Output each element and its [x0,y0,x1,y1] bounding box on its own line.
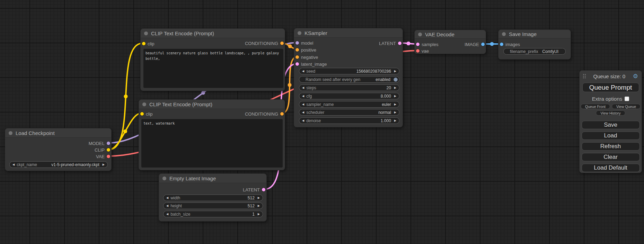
increment-arrow-icon[interactable]: ▶ [394,111,396,114]
output-slot-model[interactable]: MODEL [5,141,111,146]
decrement-arrow-icon[interactable]: ◀ [302,70,304,73]
refresh-button[interactable]: Refresh [582,142,640,151]
extra-options-checkbox[interactable] [625,97,629,101]
link-midpoint-dot[interactable] [201,91,205,95]
output-slot-conditioning[interactable]: CONDITIONING [139,111,285,117]
output-slot-conditioning[interactable]: CONDITIONING [141,40,285,46]
latent-image-input-dot[interactable] [295,62,299,66]
image-output-dot[interactable] [481,43,485,46]
node-clip-text-encode-negative[interactable]: CLIP Text Encode (Prompt) clip CONDITION… [139,99,285,170]
node-load-checkpoint[interactable]: Load Checkpoint MODEL CLIP VAE ◀ ckpt_na… [5,128,112,171]
node-title-bar[interactable]: VAE Decode [415,30,486,39]
toggle-knob-icon[interactable] [394,78,398,82]
link-midpoint-dot[interactable] [288,83,292,87]
decrement-arrow-icon[interactable]: ◀ [302,103,304,106]
latent-output-dot[interactable] [262,188,265,191]
collapse-dot-icon[interactable] [144,31,148,35]
vae-input-dot[interactable] [416,49,420,53]
increment-arrow-icon[interactable]: ▶ [258,196,260,199]
collapse-dot-icon[interactable] [418,33,422,36]
link-midpoint-dot[interactable] [490,42,494,46]
denoise-widget[interactable]: ◀ denoise 1.000 ▶ [299,117,399,124]
negative-prompt-textarea[interactable]: text, watermark [141,119,283,168]
decrement-arrow-icon[interactable]: ◀ [302,111,304,114]
sampler-name-widget[interactable]: ◀ sampler_name euler ▶ [299,101,399,108]
save-button[interactable]: Save [582,121,640,129]
collapse-dot-icon[interactable] [142,102,146,106]
decrement-arrow-icon[interactable]: ◀ [302,94,304,98]
conditioning-output-dot[interactable] [280,42,284,45]
random-seed-toggle-widget[interactable]: Random seed after every gen enabled [299,76,399,83]
filename-prefix-widget[interactable]: filename_prefix ComfyUI [503,48,566,55]
collapse-dot-icon[interactable] [298,31,301,35]
positive-input-dot[interactable] [295,48,299,52]
decrement-arrow-icon[interactable]: ◀ [166,213,168,216]
output-slot-latent[interactable]: LATENT [294,40,403,46]
collapse-dot-icon[interactable] [502,32,506,36]
link-midpoint-dot[interactable] [288,44,292,48]
decrement-arrow-icon[interactable]: ◀ [302,86,304,89]
decrement-arrow-icon[interactable]: ◀ [302,119,304,122]
increment-arrow-icon[interactable]: ▶ [103,163,105,166]
input-slot-images[interactable]: images [499,42,571,47]
node-graph-canvas[interactable]: Load Checkpoint MODEL CLIP VAE ◀ ckpt_na… [0,0,644,244]
link-midpoint-dot[interactable] [124,94,128,98]
input-slot-negative[interactable]: negative [294,54,403,60]
load-button[interactable]: Load [582,132,640,140]
positive-prompt-textarea[interactable]: beautiful scenery nature glass bottle la… [143,49,283,88]
queue-prompt-button[interactable]: Queue Prompt [582,83,639,92]
clip-output-dot[interactable] [107,148,110,152]
clear-button[interactable]: Clear [582,153,640,161]
decrement-arrow-icon[interactable]: ◀ [166,204,168,207]
cfg-widget[interactable]: ◀ cfg 8.000 ▶ [299,93,399,99]
link-midpoint-dot[interactable] [407,42,411,45]
view-history-button[interactable]: View History [596,110,625,116]
node-clip-text-encode-positive[interactable]: CLIP Text Encode (Prompt) clip CONDITION… [140,28,285,91]
height-widget[interactable]: ◀ height 512 ▶ [163,202,263,209]
width-widget[interactable]: ◀ width 512 ▶ [163,195,263,201]
node-ksampler[interactable]: KSampler model LATENT positive negative … [294,28,403,127]
seed-widget[interactable]: ◀ seed 156680208700286 ▶ [299,68,399,74]
decrement-arrow-icon[interactable]: ◀ [12,163,15,166]
load-default-button[interactable]: Load Default [582,164,640,172]
input-slot-positive[interactable]: positive [294,47,403,53]
images-input-dot[interactable] [500,43,503,46]
conditioning-output-dot[interactable] [280,112,284,116]
model-output-dot[interactable] [107,142,110,145]
increment-arrow-icon[interactable]: ▶ [394,119,396,122]
decrement-arrow-icon[interactable]: ◀ [166,196,168,199]
increment-arrow-icon[interactable]: ▶ [394,70,396,73]
output-slot-latent[interactable]: LATENT [159,187,266,192]
output-slot-image[interactable]: IMAGE [415,42,486,47]
node-empty-latent-image[interactable]: Empty Latent Image LATENT ◀ width 512 ▶ … [159,173,267,222]
node-title-bar[interactable]: CLIP Text Encode (Prompt) [141,29,285,38]
node-title-bar[interactable]: CLIP Text Encode (Prompt) [139,100,285,109]
input-slot-vae[interactable]: vae [415,48,486,54]
drag-handle-icon[interactable] [583,74,586,79]
increment-arrow-icon[interactable]: ▶ [394,103,396,106]
increment-arrow-icon[interactable]: ▶ [394,94,396,98]
latent-output-dot[interactable] [398,42,402,45]
queue-front-button[interactable]: Queue Front [581,104,610,109]
view-queue-button[interactable]: View Queue [612,104,641,109]
scheduler-widget[interactable]: ◀ scheduler normal ▶ [299,109,399,116]
output-slot-vae[interactable]: VAE [5,154,111,159]
node-title-bar[interactable]: Empty Latent Image [159,174,266,183]
settings-gear-icon[interactable]: ⚙ [633,73,638,79]
increment-arrow-icon[interactable]: ▶ [258,213,260,216]
node-title-bar[interactable]: Save Image [499,30,571,38]
batch-size-widget[interactable]: ◀ batch_size 1 ▶ [163,211,263,217]
collapse-dot-icon[interactable] [9,131,12,135]
increment-arrow-icon[interactable]: ▶ [258,204,260,207]
vae-output-dot[interactable] [107,155,110,158]
negative-input-dot[interactable] [295,55,299,59]
increment-arrow-icon[interactable]: ▶ [394,86,396,89]
collapse-dot-icon[interactable] [162,177,166,180]
node-save-image[interactable]: Save Image images filename_prefix ComfyU… [498,29,571,60]
node-title-bar[interactable]: Load Checkpoint [5,128,111,138]
output-slot-clip[interactable]: CLIP [5,147,111,153]
steps-widget[interactable]: ◀ steps 20 ▶ [299,84,399,91]
node-title-bar[interactable]: KSampler [294,28,403,38]
link-midpoint-dot[interactable] [123,129,127,133]
input-slot-latent-image[interactable]: latent_image [294,61,403,67]
